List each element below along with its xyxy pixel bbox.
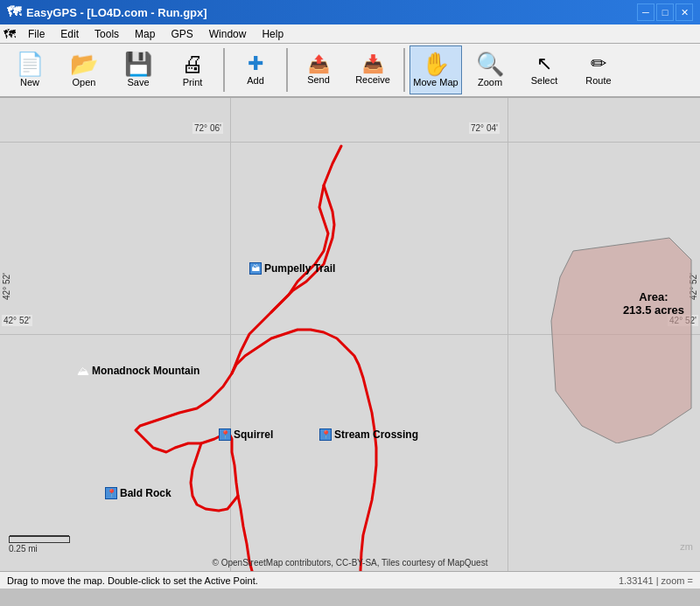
menu-help[interactable]: Help	[255, 26, 290, 42]
latitude-label-left: 42° 52'	[2, 273, 11, 300]
movemap-icon: ✋	[422, 52, 450, 75]
new-icon: 📄	[16, 52, 44, 75]
menubar: 🗺 File Edit Tools Map GPS Window Help	[0, 24, 700, 44]
area-polygon	[547, 233, 700, 443]
area-label: Area:213.5 acres	[623, 290, 684, 317]
receive-icon: 📥	[362, 55, 384, 73]
receive-label: Receive	[355, 74, 390, 85]
menu-tools[interactable]: Tools	[88, 26, 126, 42]
waypoint-icon-monadnock: ⛰	[77, 365, 89, 377]
open-label: Open	[73, 77, 96, 87]
minimize-button[interactable]: ─	[637, 3, 654, 21]
waypoint-icon-pumpelly: 🏔	[249, 262, 262, 275]
zoom-button[interactable]: 🔍 Zoom	[464, 45, 516, 94]
send-button[interactable]: 📤 Send	[292, 45, 345, 94]
menu-window[interactable]: Window	[202, 26, 254, 42]
receive-button[interactable]: 📥 Receive	[346, 45, 399, 94]
print-label: Print	[183, 77, 203, 87]
movemap-button[interactable]: ✋ Move Map	[410, 45, 462, 94]
new-button[interactable]: 📄 New	[4, 45, 56, 94]
waypoint-icon-stream: 📍	[319, 428, 332, 441]
coord-top-right: 72° 04'	[469, 122, 500, 134]
statusbar-zoom: 1.33141 | zoom =	[619, 575, 693, 586]
menu-map[interactable]: Map	[128, 26, 162, 42]
close-button[interactable]: ✕	[676, 3, 693, 21]
waypoint-stream[interactable]: 📍 Stream Crossing	[319, 428, 418, 441]
waypoint-label-squirrel: Squirrel	[234, 428, 273, 441]
watermark: zm	[680, 541, 693, 552]
save-button[interactable]: 💾 Save	[112, 45, 164, 94]
select-button[interactable]: ↖ Select	[518, 45, 570, 94]
waypoint-label-baldrock: Bald Rock	[120, 487, 172, 499]
titlebar-title: EasyGPS - [LO4D.com - Run.gpx]	[26, 6, 207, 19]
toolbar-separator-3	[403, 48, 405, 92]
titlebar: 🗺 EasyGPS - [LO4D.com - Run.gpx] ─ □ ✕	[0, 0, 700, 24]
select-icon: ↖	[536, 54, 552, 73]
add-icon: ✚	[248, 54, 263, 73]
select-label: Select	[531, 75, 558, 86]
add-label: Add	[247, 75, 264, 86]
waypoint-baldrock[interactable]: 📍 Bald Rock	[105, 487, 172, 499]
toolbar-separator-2	[286, 48, 288, 92]
print-icon: 🖨	[181, 52, 204, 75]
waypoint-icon-squirrel: 📍	[219, 428, 231, 441]
menu-edit[interactable]: Edit	[53, 26, 86, 42]
toolbar-separator-1	[223, 48, 225, 92]
grid-line-h1	[0, 142, 700, 143]
route-label: Route	[585, 75, 611, 86]
svg-marker-0	[551, 238, 691, 443]
zoom-label: Zoom	[478, 77, 502, 87]
new-label: New	[20, 77, 39, 87]
route-button[interactable]: ✏ Route	[572, 45, 625, 94]
zoom-icon: 🔍	[476, 52, 504, 75]
menu-file[interactable]: File	[21, 26, 52, 42]
open-icon: 📂	[70, 52, 98, 75]
waypoint-monadnock[interactable]: ⛰ Monadnock Mountain	[77, 365, 200, 377]
coord-left: 42° 52'	[2, 315, 32, 326]
statusbar-drag-text: Drag to move the map. Double-click to se…	[7, 575, 258, 586]
scale-text: 0.25 mi	[9, 544, 38, 554]
map-attribution: © OpenStreetMap contributors, CC-BY-SA, …	[0, 558, 700, 568]
titlebar-controls[interactable]: ─ □ ✕	[637, 3, 693, 21]
waypoint-squirrel[interactable]: 📍 Squirrel	[219, 428, 273, 441]
send-label: Send	[307, 74, 330, 85]
scale-line	[9, 536, 70, 543]
open-button[interactable]: 📂 Open	[58, 45, 110, 94]
waypoint-label-stream: Stream Crossing	[334, 428, 418, 441]
menu-gps[interactable]: GPS	[164, 26, 200, 42]
maximize-button[interactable]: □	[656, 3, 674, 21]
movemap-label: Move Map	[413, 77, 458, 87]
app-icon: 🗺	[7, 4, 21, 20]
route-icon: ✏	[591, 54, 606, 73]
toolbar: 📄 New 📂 Open 💾 Save 🖨 Print ✚ Add 📤 Send…	[0, 44, 700, 98]
waypoint-label-monadnock: Monadnock Mountain	[92, 365, 200, 377]
waypoint-label-pumpelly: Pumpelly Trail	[264, 262, 335, 275]
save-icon: 💾	[124, 52, 152, 75]
titlebar-left: 🗺 EasyGPS - [LO4D.com - Run.gpx]	[7, 4, 207, 20]
app-small-icon: 🗺	[4, 27, 16, 41]
send-icon: 📤	[308, 55, 330, 73]
waypoint-pumpelly[interactable]: 🏔 Pumpelly Trail	[249, 262, 335, 275]
scale-bar: 0.25 mi	[9, 536, 70, 554]
statusbar: Drag to move the map. Double-click to se…	[0, 571, 700, 589]
waypoint-icon-baldrock: 📍	[105, 487, 117, 499]
coord-top-left: 72° 06'	[192, 122, 223, 134]
add-button[interactable]: ✚ Add	[229, 45, 282, 94]
save-label: Save	[127, 77, 149, 87]
map-container[interactable]: 72° 06' 72° 04' 42° 52' 42° 52' 42° 52' …	[0, 98, 700, 571]
area-text: Area:213.5 acres	[623, 290, 684, 317]
print-button[interactable]: 🖨 Print	[166, 45, 219, 94]
